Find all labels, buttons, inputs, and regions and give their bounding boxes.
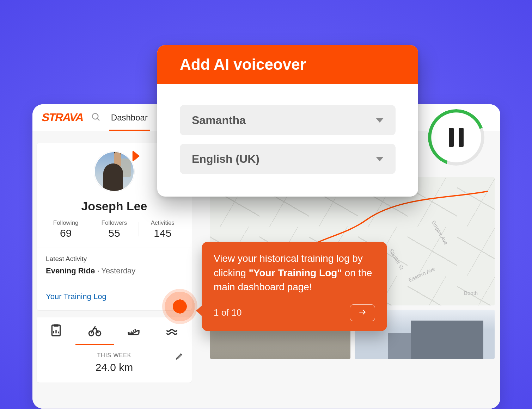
stat-following-label: Following [42, 219, 90, 227]
svg-point-0 [92, 113, 98, 119]
stat-activities[interactable]: Activities 145 [139, 219, 187, 239]
latest-activity-sep: · [95, 266, 101, 275]
svg-line-1 [97, 118, 99, 120]
latest-activity-title: Evening Ride [46, 266, 95, 275]
stat-activities-label: Activities [139, 219, 187, 227]
latest-activity-line[interactable]: Evening Ride · Yesterday [46, 266, 183, 275]
voice-select[interactable]: Samantha [180, 105, 396, 135]
latest-activity-when: Yesterday [101, 266, 135, 275]
stat-followers-value: 55 [90, 227, 138, 239]
tour-callout-text: View your historical training log by cli… [214, 252, 375, 295]
pause-icon [449, 128, 464, 147]
streak-icon [133, 151, 140, 161]
nav-dashboard[interactable]: Dashboar [109, 104, 150, 131]
stat-activities-value: 145 [139, 227, 187, 239]
arrow-right-icon [358, 308, 367, 318]
nav-dashboard-label: Dashboar [111, 113, 148, 123]
chevron-down-icon [376, 157, 384, 161]
this-week-label: THIS WEEK [37, 352, 192, 359]
svg-point-4 [96, 331, 100, 336]
shoe-icon [127, 323, 141, 339]
nav: Dashboar [109, 104, 150, 131]
strava-logo[interactable]: STRAVA [41, 111, 85, 124]
pause-progress-button[interactable] [428, 109, 484, 166]
swim-icon [165, 323, 179, 339]
language-select-value: English (UK) [192, 153, 259, 166]
voiceover-title: Add AI voiceover [157, 45, 418, 84]
tour-callout-footer: 1 of 10 [214, 304, 375, 321]
logo-text: STRAVA [41, 111, 85, 124]
clipboard-chart-icon [49, 323, 63, 339]
chevron-down-icon [376, 118, 384, 123]
edit-icon[interactable] [175, 352, 184, 362]
tour-hotspot[interactable] [162, 289, 197, 324]
stat-following[interactable]: Following 69 [42, 219, 90, 239]
type-tabs [37, 317, 192, 345]
stat-following-value: 69 [42, 227, 90, 239]
type-tab-run[interactable] [114, 317, 153, 345]
stat-followers-label: Followers [90, 219, 138, 227]
latest-activity: Latest Activity Evening Ride · Yesterday [37, 248, 192, 284]
activity-type-card: THIS WEEK 24.0 km [37, 317, 192, 383]
tour-callout: View your historical training log by cli… [202, 242, 387, 331]
tour-text-bold: "Your Training Log" [249, 267, 342, 278]
profile-name[interactable]: Joseph Lee [37, 199, 192, 213]
type-tab-bike[interactable] [75, 317, 114, 345]
street-label-4: Booth [464, 290, 478, 296]
bike-icon [88, 323, 102, 339]
svg-point-3 [89, 331, 93, 336]
search-icon[interactable] [91, 112, 101, 124]
this-week-value: 24.0 km [37, 361, 192, 373]
avatar[interactable] [94, 151, 134, 192]
stat-followers[interactable]: Followers 55 [90, 219, 138, 239]
voiceover-overlay: Add AI voiceover Samantha English (UK) [157, 45, 418, 197]
profile-stats: Following 69 Followers 55 Activities 145 [37, 219, 192, 248]
type-tab-stats[interactable] [37, 317, 75, 345]
voiceover-body: Samantha English (UK) [157, 84, 418, 197]
this-week: THIS WEEK 24.0 km [37, 345, 192, 383]
tour-step: 1 of 10 [214, 307, 242, 318]
latest-activity-label: Latest Activity [46, 255, 183, 263]
language-select[interactable]: English (UK) [180, 144, 396, 174]
tour-next-button[interactable] [350, 304, 375, 321]
voice-select-value: Samantha [192, 114, 246, 127]
